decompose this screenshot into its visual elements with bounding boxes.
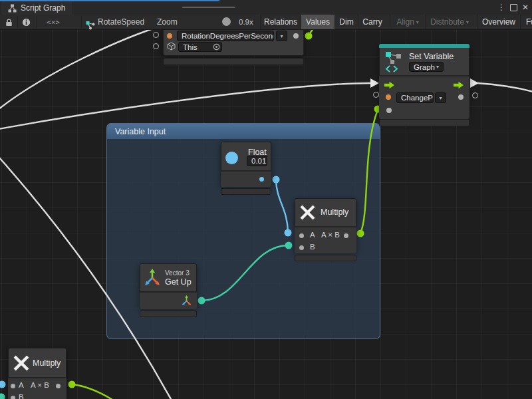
code-view-icon[interactable]: <×> (41, 15, 65, 29)
tab-script-graph[interactable]: Script Graph (1, 1, 72, 15)
input-a-label: A (310, 231, 315, 239)
wire-white-from-setvariable[interactable] (477, 83, 532, 92)
output-port-dot[interactable] (56, 384, 61, 388)
button-align[interactable]: Align▾ (390, 15, 425, 29)
set-variable-icon (385, 51, 404, 72)
node-title: Get Up (165, 277, 192, 287)
scope-dropdown[interactable]: Graph ▾ (409, 62, 444, 72)
vector3-output-port-icon[interactable] (182, 295, 192, 307)
zoom-slider-track[interactable] (182, 7, 235, 8)
wire-green-multiply-to-setvariable[interactable] (360, 110, 378, 233)
input-a-port-dot[interactable] (299, 233, 304, 238)
output-port-dot[interactable] (293, 33, 299, 39)
caret-icon: ▾ (436, 64, 439, 70)
input-a-port-dot[interactable] (11, 384, 15, 388)
wire-end-teal[interactable] (198, 297, 205, 305)
wire-blue-float-to-multiply-a[interactable] (276, 180, 288, 232)
wire-end-green[interactable] (357, 230, 364, 237)
wire-white-topleft[interactable] (0, 24, 168, 109)
wire-end-blue[interactable] (273, 176, 280, 184)
button-carry[interactable]: Carry (358, 15, 386, 29)
wire-end-blue[interactable] (0, 381, 6, 388)
node-get-variable[interactable]: RotationDegreesPerSecond ▾ This (163, 27, 304, 56)
wire-arrowhead-flow-in (370, 78, 379, 88)
window-close-icon[interactable]: ✕ (520, 2, 531, 13)
caret-icon: ▾ (280, 33, 283, 39)
wire-white-to-setvariable[interactable] (0, 83, 370, 129)
node-address-bar[interactable] (163, 58, 304, 65)
output-port-dot[interactable] (344, 233, 348, 238)
variable-name-dropdown[interactable]: RotationDegreesPerSecond (177, 31, 274, 41)
node-type-label: Vector 3 (165, 269, 190, 277)
graph-name-label[interactable]: RotateSpeed (98, 15, 144, 29)
variable-port-dot[interactable] (386, 94, 391, 100)
graph-toolbar: <×> RotateSpeed Zoom 0.9x Relations Valu… (0, 15, 532, 30)
button-values[interactable]: Values (301, 15, 334, 29)
variable-port-dot[interactable] (167, 33, 172, 39)
zoom-value: 0.9x (239, 15, 253, 29)
input-b-label: B (310, 243, 315, 251)
wire-arrowhead-flow-out (470, 78, 479, 88)
node-set-variable[interactable]: Set Variable Graph ▾ ChangePos ▾ (379, 44, 469, 117)
object-picker-icon[interactable] (213, 43, 220, 51)
input-b-port-dot[interactable] (11, 396, 15, 399)
multiply-icon (13, 354, 30, 372)
chevron-down-icon: ▾ (416, 19, 419, 25)
node-title: Set Variable (409, 52, 454, 61)
button-full-screen[interactable]: Full Screen (520, 15, 532, 29)
variable-name: ChangePos (401, 94, 434, 102)
wire-end-blue[interactable] (285, 229, 292, 237)
output-label: A × B (31, 381, 49, 389)
variable-dropdown-caret[interactable]: ▾ (435, 92, 446, 103)
button-distribute[interactable]: Distribute▾ (425, 15, 473, 29)
window-maximize-icon[interactable] (508, 2, 519, 13)
variable-name-dropdown[interactable]: ChangePos (396, 92, 434, 103)
input-b-label: B (19, 393, 24, 399)
wire-end-green[interactable] (68, 381, 76, 388)
node-address-bar[interactable] (295, 255, 356, 261)
variable-dropdown-caret[interactable]: ▾ (276, 31, 287, 41)
node-multiply-bottom[interactable]: Multiply A A × B B (8, 348, 66, 399)
wire-end-green[interactable] (305, 33, 313, 40)
flow-input-arrow[interactable] (384, 81, 395, 89)
input-b-port-dot[interactable] (299, 245, 304, 250)
wire-green-multiply-bottom-out[interactable] (72, 384, 112, 399)
button-dim[interactable]: Dim (334, 15, 358, 29)
variable-name: RotationDegreesPerSecond (182, 32, 274, 40)
window-menu-icon[interactable]: ⋮ (496, 2, 507, 13)
unconnected-port[interactable] (373, 92, 379, 98)
float-type-icon (225, 152, 238, 164)
lock-icon[interactable] (3, 15, 15, 29)
node-accent-bar (379, 44, 469, 48)
button-overview[interactable]: Overview (477, 15, 520, 29)
output-port-dot[interactable] (458, 94, 464, 100)
unconnected-port[interactable] (153, 43, 159, 49)
chevron-down-icon: ▾ (466, 19, 469, 25)
value-input-port-dot[interactable] (386, 108, 392, 113)
tab-bar: Script Graph ⋮ ✕ (0, 0, 532, 15)
info-icon[interactable] (20, 15, 32, 29)
flow-output-arrow[interactable] (454, 81, 464, 89)
unconnected-port[interactable] (472, 92, 478, 98)
wire-end-teal[interactable] (0, 394, 5, 399)
zoom-slider-handle[interactable] (222, 17, 231, 26)
node-multiply[interactable]: Multiply A A × B B (295, 198, 356, 251)
scope-value: Graph (414, 63, 435, 71)
wire-teal-getup-to-multiply-b[interactable] (201, 245, 288, 301)
node-float-literal[interactable]: Float 0.01 (221, 142, 271, 186)
multiply-icon (299, 204, 316, 221)
float-value-field[interactable]: 0.01 (247, 156, 267, 166)
vector3-icon (144, 269, 160, 287)
toolbar-buttons: Relations Values Dim Carry Align▾ Distri… (260, 15, 532, 29)
node-vector3-get-up[interactable]: Vector 3 Get Up (140, 263, 197, 308)
float-output-port-dot[interactable] (259, 177, 264, 182)
unconnected-port[interactable] (153, 32, 159, 38)
tab-title: Script Graph (21, 3, 65, 13)
button-relations[interactable]: Relations (260, 15, 301, 29)
graph-hierarchy-icon (8, 4, 17, 13)
wire-end-teal[interactable] (285, 242, 293, 249)
node-address-bar[interactable] (221, 188, 271, 195)
node-address-bar[interactable] (140, 311, 197, 317)
node-address-bar[interactable] (379, 119, 469, 126)
node-title: Multiply (33, 358, 61, 368)
